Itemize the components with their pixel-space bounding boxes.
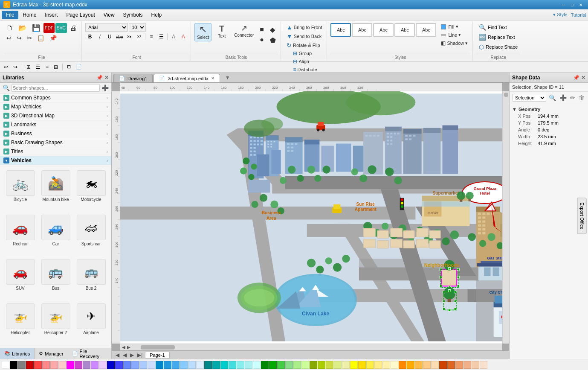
color-skyblue3[interactable]: [172, 361, 180, 369]
shape-bicycle[interactable]: 🚲 Bicycle: [3, 169, 37, 211]
color-skyblue6[interactable]: [196, 361, 204, 369]
find-text-btn[interactable]: 🔍 Find Text: [476, 23, 509, 32]
font-size-select[interactable]: 10: [129, 23, 146, 32]
sdp-filter-btn[interactable]: 🔍: [548, 93, 557, 102]
pdf-btn[interactable]: PDF: [43, 23, 55, 33]
color-green5[interactable]: [293, 361, 301, 369]
align-left-btn[interactable]: ≡: [147, 32, 156, 41]
color-orange3[interactable]: [415, 361, 423, 369]
undo-btn[interactable]: ↩: [4, 34, 14, 42]
lib-item-common[interactable]: ▶ Common Shapes ›: [0, 93, 111, 102]
color-red5[interactable]: [58, 361, 66, 369]
canvas-content[interactable]: Grand Plaza Hotel Supermarket Market: [120, 91, 502, 344]
style-thumb-5[interactable]: Abc: [416, 23, 436, 37]
color-teal7[interactable]: [253, 361, 261, 369]
color-brown[interactable]: [439, 361, 447, 369]
color-teal[interactable]: [204, 361, 212, 369]
color-black[interactable]: [10, 361, 17, 369]
replace-text-btn[interactable]: 🔤 Replace Text: [476, 33, 517, 41]
fill-btn[interactable]: Fill▾: [439, 23, 470, 30]
shape4-btn[interactable]: ⬟: [268, 35, 278, 45]
sdp-mode-select[interactable]: Selection: [512, 94, 546, 102]
export-office-tab[interactable]: Export Office: [577, 198, 586, 234]
canvas-scrollbar-h[interactable]: ◀ ▶: [120, 344, 502, 350]
menu-home[interactable]: Home: [18, 11, 41, 19]
group-btn[interactable]: ⊞ Group: [291, 50, 319, 57]
color-blue[interactable]: [107, 361, 115, 369]
print-btn[interactable]: 🖨: [68, 23, 79, 33]
canvas-scrollbar-v[interactable]: [502, 91, 509, 344]
color-skyblue2[interactable]: [164, 361, 171, 369]
sdp-close-btn[interactable]: ✕: [581, 75, 585, 81]
color-brown3[interactable]: [455, 361, 463, 369]
lib-item-vehicles2[interactable]: ▼ Vehicles ›: [0, 156, 111, 165]
menu-view[interactable]: View: [99, 11, 119, 19]
color-teal3[interactable]: [220, 361, 228, 369]
undo2-btn[interactable]: ↩: [2, 63, 10, 71]
sdp-edit-btn[interactable]: ✏: [569, 93, 576, 102]
color-brown5[interactable]: [472, 361, 479, 369]
more-btn[interactable]: ⊟: [52, 63, 60, 71]
color-teal2[interactable]: [212, 361, 220, 369]
color-red4[interactable]: [50, 361, 58, 369]
redo2-btn[interactable]: ↪: [11, 63, 20, 71]
select-tool-btn[interactable]: ↖ Select: [194, 23, 211, 41]
align-btn[interactable]: ⊟ Align: [291, 58, 319, 65]
shape1-btn[interactable]: ■: [258, 25, 266, 34]
line-btn[interactable]: Line▾: [439, 31, 470, 38]
file-recovery-tab[interactable]: 📄 File Recovery: [68, 348, 111, 359]
color-green4[interactable]: [285, 361, 293, 369]
paste-btn[interactable]: 📌: [47, 34, 59, 42]
menu-insert[interactable]: Insert: [41, 11, 62, 19]
maximize-button[interactable]: □: [568, 2, 576, 8]
prev-page-btn[interactable]: ◀: [122, 352, 127, 358]
menu-file[interactable]: File: [2, 11, 18, 19]
shadow-btn[interactable]: ◧ Shadow▾: [439, 39, 470, 47]
window-controls[interactable]: ─ □ ✕: [560, 2, 585, 8]
color-green2[interactable]: [269, 361, 277, 369]
library-search-input[interactable]: [12, 84, 100, 92]
color-red2[interactable]: [34, 361, 42, 369]
color-teal4[interactable]: [229, 361, 236, 369]
style-thumb-3[interactable]: Abc: [373, 23, 394, 37]
lib-item-vehicles[interactable]: ▶ Map Vehicles ›: [0, 102, 111, 111]
color-magenta[interactable]: [67, 361, 74, 369]
shape-car[interactable]: 🚙 Car: [39, 213, 72, 256]
font-color-btn[interactable]: A: [179, 32, 188, 41]
grid-btn[interactable]: ≡: [43, 63, 51, 71]
bold-btn[interactable]: B: [85, 32, 95, 41]
shape-red-car[interactable]: 🚗 Red car: [3, 213, 37, 256]
shape-bus2[interactable]: 🚌 Bus 2: [74, 257, 108, 300]
next-page-btn[interactable]: ▶: [129, 352, 135, 358]
color-yellow[interactable]: [350, 361, 358, 369]
color-brown4[interactable]: [463, 361, 471, 369]
lib-item-titles[interactable]: ▶ Titles ›: [0, 147, 111, 156]
sdp-add-btn[interactable]: ➕: [559, 93, 568, 102]
rotate-flip-btn[interactable]: ↻ Rotate & Flip: [284, 41, 322, 50]
style-thumb-2[interactable]: Abc: [352, 23, 372, 37]
color-orange4[interactable]: [423, 361, 431, 369]
font-family-select[interactable]: Arial: [85, 23, 128, 32]
shape-helicopter2[interactable]: 🚁 Helicopter 2: [39, 302, 72, 344]
color-blue2[interactable]: [115, 361, 123, 369]
color-yellow3[interactable]: [366, 361, 374, 369]
underline-btn[interactable]: U: [105, 32, 114, 41]
color-orange[interactable]: [399, 361, 406, 369]
italic-btn[interactable]: I: [95, 32, 104, 41]
bring-to-front-btn[interactable]: ▲ Bring to Front: [284, 23, 324, 32]
color-purple3[interactable]: [91, 361, 98, 369]
open-btn[interactable]: 📂: [16, 23, 29, 33]
color-red3[interactable]: [42, 361, 50, 369]
strikethrough-btn[interactable]: abc: [115, 32, 124, 41]
send-to-back-btn[interactable]: ▼ Send to Back: [284, 32, 324, 41]
menu-page-layout[interactable]: Page Layout: [62, 11, 99, 19]
lib-item-3dmap[interactable]: ▶ 3D Directional Map ›: [0, 111, 111, 120]
sub-btn[interactable]: X₂: [125, 32, 134, 41]
shape3-btn[interactable]: ◆: [268, 25, 278, 35]
color-teal5[interactable]: [237, 361, 244, 369]
minimize-button[interactable]: ─: [560, 2, 568, 8]
color-brown2[interactable]: [447, 361, 455, 369]
tab-street-map-close[interactable]: ✕: [211, 76, 214, 81]
color-teal6[interactable]: [245, 361, 252, 369]
page-setup-btn[interactable]: 📄: [74, 63, 84, 70]
